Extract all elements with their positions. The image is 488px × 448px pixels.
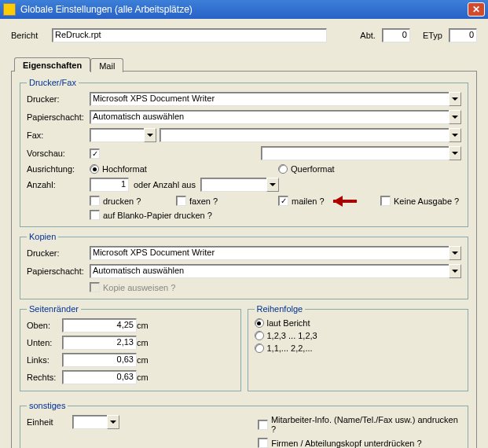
- chevron-down-icon[interactable]: [449, 110, 461, 124]
- fax-combo1[interactable]: [90, 128, 156, 142]
- rechts-label: Rechts:: [27, 373, 62, 382]
- mitarbeiter-checkbox[interactable]: [258, 420, 268, 430]
- hoch-radio[interactable]: [90, 164, 99, 174]
- tab-mail[interactable]: Mail: [90, 58, 123, 72]
- abt-label: Abt.: [360, 31, 376, 40]
- kopien-drucker-label: Drucker:: [27, 248, 90, 258]
- reihen-group: Reihenfolge laut Bericht 1,2,3 ... 1,2,3…: [248, 304, 469, 391]
- keineausgabe-label: Keine Ausgabe ?: [394, 196, 459, 206]
- kopien-drucker-value: Microsoft XPS Document Writer: [90, 246, 449, 260]
- kopien-drucker-combo[interactable]: Microsoft XPS Document Writer: [90, 246, 461, 260]
- einheit-value: [72, 415, 107, 429]
- r2-radio[interactable]: [255, 331, 264, 340]
- chevron-down-icon[interactable]: [449, 264, 461, 278]
- oderanzahl-combo[interactable]: [200, 178, 279, 192]
- r2-label: 1,2,3 ... 1,2,3: [267, 331, 317, 340]
- seiten-legend: Seitenränder: [27, 304, 81, 314]
- seiten-group: Seitenränder Oben: 4,25 cm Unten: 2,13 c…: [20, 304, 241, 391]
- blanko-checkbox[interactable]: [90, 210, 100, 220]
- kopien-papier-combo[interactable]: Automatisch auswählen: [90, 264, 461, 278]
- drucken-checkbox[interactable]: [90, 196, 100, 206]
- etyp-label: ETyp: [423, 31, 442, 40]
- einheit-combo[interactable]: [72, 415, 119, 429]
- drucker-label: Drucker:: [27, 94, 90, 104]
- drucker-value: Microsoft XPS Document Writer: [90, 92, 449, 106]
- hoch-label: Hochformat: [102, 164, 147, 174]
- bericht-label: Bericht: [11, 31, 46, 40]
- ausrichtung-label: Ausrichtung:: [27, 164, 90, 174]
- close-icon[interactable]: ✕: [468, 2, 485, 17]
- fax-label: Fax:: [27, 130, 90, 140]
- anzahl-label: Anzahl:: [27, 180, 90, 189]
- sonstiges-group: sonstiges Einheit Mitarbeiter-Info. (Nam…: [20, 401, 468, 448]
- reihen-legend: Reihenfolge: [255, 304, 306, 314]
- bericht-field[interactable]: ReDruck.rpt: [52, 28, 327, 42]
- cm-label: cm: [137, 373, 152, 382]
- kopien-papier-label: Papierschacht:: [27, 266, 90, 276]
- window-title: Globale Einstellungen (alle Arbeitsplätz…: [20, 4, 468, 15]
- etyp-field[interactable]: 0: [449, 28, 477, 42]
- einheit-label: Einheit: [27, 417, 66, 427]
- vorschau-combo[interactable]: [261, 146, 461, 160]
- chevron-down-icon[interactable]: [107, 415, 119, 429]
- chevron-down-icon[interactable]: [266, 178, 279, 192]
- vorschau-combo-value: [261, 146, 449, 160]
- druckerfax-legend: Drucker/Fax: [27, 78, 79, 87]
- fax-combo2[interactable]: [160, 128, 461, 142]
- chevron-down-icon[interactable]: [144, 128, 156, 142]
- titlebar: Globale Einstellungen (alle Arbeitsplätz…: [0, 0, 488, 19]
- kopien-papier-value: Automatisch auswählen: [90, 264, 449, 278]
- firmen-label: Firmen / Abteilungskopf unterdrücken ?: [271, 439, 421, 448]
- anzahl-field[interactable]: 1: [90, 178, 129, 192]
- fax-value2: [160, 128, 449, 142]
- drucken-label: drucken ?: [103, 196, 141, 206]
- mailen-checkbox[interactable]: ✓: [278, 196, 288, 206]
- unten-field[interactable]: 2,13: [62, 336, 137, 350]
- app-icon: [3, 3, 16, 16]
- oben-field[interactable]: 4,25: [62, 318, 137, 332]
- cm-label: cm: [137, 321, 152, 330]
- mitarbeiter-label: Mitarbeiter-Info. (Name/Tel./Fax usw.) a…: [271, 415, 461, 434]
- chevron-down-icon[interactable]: [449, 92, 461, 106]
- r1-radio[interactable]: [255, 318, 264, 328]
- sonstiges-legend: sonstiges: [27, 401, 68, 410]
- r1-label: laut Bericht: [267, 318, 310, 328]
- faxen-label: faxen ?: [189, 196, 218, 206]
- blanko-label: auf Blanko-Papier drucken ?: [103, 211, 212, 220]
- cm-label: cm: [137, 338, 152, 347]
- drucker-combo[interactable]: Microsoft XPS Document Writer: [90, 92, 461, 106]
- cm-label: cm: [137, 355, 152, 365]
- fax-value1: [90, 128, 144, 142]
- kopie-label: Kopie ausweisen ?: [103, 283, 175, 292]
- chevron-down-icon[interactable]: [449, 246, 461, 260]
- vorschau-label: Vorschau:: [27, 149, 90, 158]
- tab-eigenschaften[interactable]: Eigenschaften: [14, 57, 90, 72]
- firmen-checkbox[interactable]: [258, 438, 268, 448]
- kopien-legend: Kopien: [27, 232, 58, 241]
- oderanzahl-value: [200, 178, 266, 192]
- faxen-checkbox[interactable]: [176, 196, 186, 206]
- abt-field[interactable]: 0: [382, 28, 410, 42]
- quer-label: Querformat: [291, 164, 335, 174]
- arrow-icon: [333, 197, 366, 205]
- druckerfax-group: Drucker/Fax Drucker: Microsoft XPS Docum…: [20, 78, 468, 227]
- mailen-label: mailen ?: [292, 196, 325, 206]
- r3-label: 1,1,... 2,2,...: [267, 343, 313, 353]
- tab-panel: Drucker/Fax Drucker: Microsoft XPS Docum…: [11, 71, 477, 448]
- chevron-down-icon[interactable]: [449, 128, 461, 142]
- vorschau-checkbox[interactable]: ✓: [90, 149, 100, 159]
- rechts-field[interactable]: 0,63: [62, 370, 137, 384]
- unten-label: Unten:: [27, 338, 62, 347]
- links-field[interactable]: 0,63: [62, 353, 137, 367]
- r3-radio[interactable]: [255, 343, 264, 353]
- links-label: Links:: [27, 355, 62, 365]
- oderanzahl-label: oder Anzahl aus: [134, 180, 196, 189]
- keineausgabe-checkbox[interactable]: [380, 196, 391, 206]
- chevron-down-icon[interactable]: [449, 146, 461, 160]
- papier-label: Papierschacht:: [27, 112, 90, 122]
- oben-label: Oben:: [27, 321, 62, 330]
- papier-value: Automatisch auswählen: [90, 110, 449, 124]
- quer-radio[interactable]: [278, 164, 288, 174]
- papier-combo[interactable]: Automatisch auswählen: [90, 110, 461, 124]
- kopien-group: Kopien Drucker: Microsoft XPS Document W…: [20, 232, 468, 299]
